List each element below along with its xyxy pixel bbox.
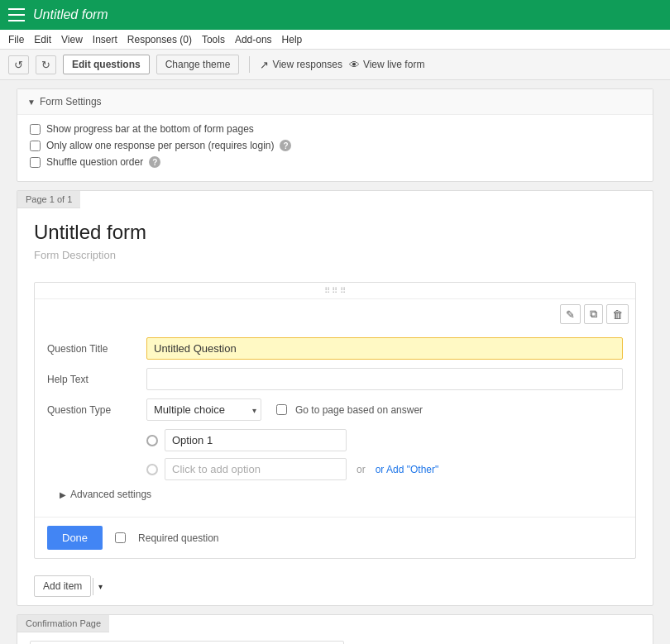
menu-responses[interactable]: Responses (0) bbox=[127, 34, 192, 45]
menu-view[interactable]: View bbox=[61, 34, 83, 45]
form-title: Untitled form bbox=[34, 221, 636, 244]
confirmation-label: Confirmation Page bbox=[17, 615, 109, 632]
question-type-label: Question Type bbox=[47, 404, 138, 416]
help-text-label: Help Text bbox=[47, 374, 138, 385]
add-option-radio bbox=[146, 464, 158, 475]
toolbar-separator bbox=[249, 56, 250, 73]
settings-checkbox-one-response: Only allow one response per person (requ… bbox=[30, 140, 640, 151]
title-bar: Untitled form bbox=[0, 0, 670, 30]
one-response-help-icon[interactable]: ? bbox=[280, 140, 291, 151]
main-content: ▼ Form Settings Show progress bar at the… bbox=[0, 80, 670, 644]
settings-checkbox-progress: Show progress bar at the bottom of form … bbox=[30, 123, 640, 135]
page-panel: Page 1 of 1 Untitled form Form Descripti… bbox=[17, 190, 653, 606]
goto-checkbox[interactable] bbox=[276, 404, 287, 415]
view-responses-icon: ↗ bbox=[260, 59, 269, 71]
confirmation-body: Show link to submit another response Pub… bbox=[17, 632, 653, 644]
menu-bar: File Edit View Insert Responses (0) Tool… bbox=[0, 30, 670, 50]
or-text: or bbox=[357, 464, 366, 475]
question-type-row: Question Type Multiple choice Text Parag… bbox=[47, 398, 623, 421]
menu-tools[interactable]: Tools bbox=[202, 34, 225, 45]
menu-help[interactable]: Help bbox=[282, 34, 303, 45]
confirmation-text-input[interactable] bbox=[30, 641, 344, 644]
add-other-link[interactable]: or Add "Other" bbox=[376, 464, 439, 475]
shuffle-help-icon[interactable]: ? bbox=[149, 156, 160, 168]
form-settings-header[interactable]: ▼ Form Settings bbox=[17, 89, 653, 115]
question-title-label: Question Title bbox=[47, 343, 138, 355]
question-type-select-wrap: Multiple choice Text Paragraph text Chec… bbox=[146, 398, 261, 421]
done-row: Done Required question bbox=[35, 517, 635, 558]
menu-edit[interactable]: Edit bbox=[34, 34, 51, 45]
drag-icon: ⠿ ⠿ ⠿ bbox=[324, 286, 347, 295]
option-1-row bbox=[146, 429, 623, 451]
form-settings-panel: ▼ Form Settings Show progress bar at the… bbox=[17, 88, 653, 182]
question-title-input[interactable] bbox=[146, 337, 623, 360]
delete-question-button[interactable]: 🗑 bbox=[606, 304, 629, 324]
menu-file[interactable]: File bbox=[8, 34, 24, 45]
settings-checkbox-shuffle: Shuffle question order ? bbox=[30, 156, 640, 168]
form-title-area: Untitled form Form Description bbox=[17, 208, 653, 274]
required-label: Required question bbox=[138, 532, 218, 544]
one-response-label: Only allow one response per person (requ… bbox=[46, 140, 274, 151]
copy-question-button[interactable]: ⧉ bbox=[584, 304, 603, 324]
toolbar: ↺ ↻ Edit questions Change theme ↗ View r… bbox=[0, 50, 670, 80]
question-title-row: Question Title bbox=[47, 337, 623, 360]
edit-question-button[interactable]: ✎ bbox=[560, 304, 581, 324]
click-add-option[interactable]: Click to add option bbox=[165, 458, 347, 480]
question-card: ⠿ ⠿ ⠿ ✎ ⧉ 🗑 Question Title Help Text bbox=[34, 282, 636, 559]
progress-label: Show progress bar at the bottom of form … bbox=[46, 123, 254, 135]
edit-questions-button[interactable]: Edit questions bbox=[63, 55, 150, 74]
question-actions: ✎ ⧉ 🗑 bbox=[553, 299, 635, 329]
drag-handle[interactable]: ⠿ ⠿ ⠿ bbox=[35, 283, 635, 299]
view-live-form-button[interactable]: 👁 View live form bbox=[349, 59, 424, 71]
goto-label: Go to page based on answer bbox=[295, 404, 423, 416]
app-title: Untitled form bbox=[33, 7, 108, 22]
done-button[interactable]: Done bbox=[47, 526, 103, 550]
required-checkbox[interactable] bbox=[115, 532, 126, 543]
add-item-label: Add item bbox=[43, 580, 82, 592]
add-item-dropdown-button[interactable]: ▾ bbox=[93, 578, 108, 595]
change-theme-button[interactable]: Change theme bbox=[156, 55, 240, 74]
advanced-arrow-icon: ▶ bbox=[60, 490, 66, 499]
option-1-input[interactable] bbox=[165, 429, 347, 451]
hamburger-icon[interactable] bbox=[8, 8, 25, 21]
advanced-settings-toggle[interactable]: ▶ Advanced settings bbox=[47, 489, 623, 500]
options-area: Click to add option or or Add "Other" bbox=[47, 429, 623, 480]
page-label: Page 1 of 1 bbox=[17, 191, 80, 208]
form-settings-body: Show progress bar at the bottom of form … bbox=[17, 115, 653, 181]
view-live-icon: 👁 bbox=[349, 59, 360, 71]
menu-addons[interactable]: Add-ons bbox=[235, 34, 272, 45]
add-item-row: Add item ▾ bbox=[17, 567, 653, 605]
progress-checkbox[interactable] bbox=[30, 124, 41, 135]
one-response-checkbox[interactable] bbox=[30, 141, 41, 151]
add-item-button[interactable]: Add item bbox=[34, 575, 91, 597]
undo-button[interactable]: ↺ bbox=[8, 55, 29, 74]
redo-button[interactable]: ↻ bbox=[36, 55, 56, 74]
shuffle-label: Shuffle question order bbox=[46, 156, 143, 168]
help-text-input[interactable] bbox=[146, 368, 623, 390]
menu-insert[interactable]: Insert bbox=[93, 34, 117, 45]
add-option-row: Click to add option or or Add "Other" bbox=[146, 458, 623, 480]
form-settings-arrow-icon: ▼ bbox=[27, 98, 36, 107]
question-form: Question Title Help Text Question Type M… bbox=[35, 329, 635, 517]
view-responses-button[interactable]: ↗ View responses bbox=[260, 59, 342, 71]
question-type-select[interactable]: Multiple choice Text Paragraph text Chec… bbox=[146, 398, 261, 421]
advanced-settings-label: Advanced settings bbox=[70, 489, 151, 500]
option-1-radio[interactable] bbox=[146, 435, 158, 446]
confirmation-panel: Confirmation Page Show link to submit an… bbox=[17, 614, 653, 644]
help-text-row: Help Text bbox=[47, 368, 623, 390]
form-description: Form Description bbox=[34, 249, 636, 261]
shuffle-checkbox[interactable] bbox=[30, 157, 41, 168]
